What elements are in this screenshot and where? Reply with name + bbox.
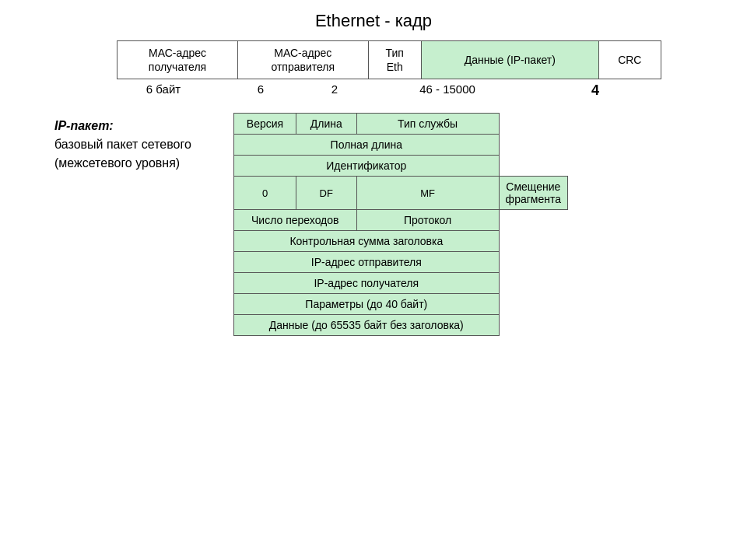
- ip-row-4: 0 DF MF Смещение фрагмента: [234, 177, 568, 210]
- page: Ethernet - кадр МАС-адресполучателя МАС-…: [0, 0, 747, 560]
- lower-section: IP-пакет: базовый пакет сетевого (межсет…: [54, 113, 731, 336]
- eth-cell-mac-dest: МАС-адресполучателя: [117, 41, 238, 79]
- ip-row-9: Параметры (до 40 байт): [234, 294, 568, 315]
- ip-cell-identifier: Идентификатор: [234, 156, 500, 177]
- eth-cell-type: ТипEth: [368, 41, 421, 79]
- ip-description: IP-пакет: базовый пакет сетевого (межсет…: [54, 113, 226, 173]
- ip-row-1: Версия Длина Тип службы: [234, 114, 568, 135]
- ip-cell-mf: MF: [356, 177, 499, 210]
- byte-label-1: 6 байт: [117, 82, 210, 99]
- ip-cell-ttl: Число переходов: [234, 210, 357, 231]
- byte-label-4: 46 - 15000: [358, 82, 537, 99]
- byte-label-2: 6: [210, 82, 311, 99]
- ip-row-8: IP-адрес получателя: [234, 273, 568, 294]
- ip-label: IP-пакет:: [54, 119, 114, 132]
- ip-cell-service: Тип службы: [356, 114, 499, 135]
- eth-cell-mac-src: МАС-адресотправителя: [238, 41, 368, 79]
- ip-cell-flag0: 0: [234, 177, 296, 210]
- ip-cell-total-length: Полная длина: [234, 135, 500, 156]
- ip-cell-data: Данные (до 65535 байт без заголовка): [234, 315, 500, 336]
- ip-cell-checksum: Контрольная сумма заголовка: [234, 231, 500, 252]
- ethernet-frame-table: МАС-адресполучателя МАС-адресотправителя…: [117, 40, 661, 79]
- ip-row-2: Полная длина: [234, 135, 568, 156]
- ip-cell-src-addr: IP-адрес отправителя: [234, 252, 500, 273]
- eth-cell-data: Данные (IP-пакет): [421, 41, 598, 79]
- ip-cell-dst-addr: IP-адрес получателя: [234, 273, 500, 294]
- byte-label-5: 4: [537, 82, 599, 99]
- ip-cell-version: Версия: [234, 114, 296, 135]
- ip-packet-table: Версия Длина Тип службы Полная длина Иде…: [233, 113, 568, 336]
- ip-row-10: Данные (до 65535 байт без заголовка): [234, 315, 568, 336]
- ip-row-6: Контрольная сумма заголовка: [234, 231, 568, 252]
- ip-cell-length: Длина: [296, 114, 356, 135]
- page-title: Ethernet - кадр: [16, 11, 731, 31]
- eth-cell-crc: CRC: [598, 41, 661, 79]
- byte-label-3: 2: [311, 82, 358, 99]
- ip-cell-options: Параметры (до 40 байт): [234, 294, 500, 315]
- ip-cell-df: DF: [296, 177, 356, 210]
- ip-text: базовый пакет сетевого (межсетевого уров…: [54, 138, 191, 170]
- ip-row-5: Число переходов Протокол: [234, 210, 568, 231]
- ip-row-7: IP-адрес отправителя: [234, 252, 568, 273]
- ip-cell-fragment-offset: Смещение фрагмента: [499, 177, 567, 210]
- ip-cell-protocol: Протокол: [356, 210, 499, 231]
- ip-row-3: Идентификатор: [234, 156, 568, 177]
